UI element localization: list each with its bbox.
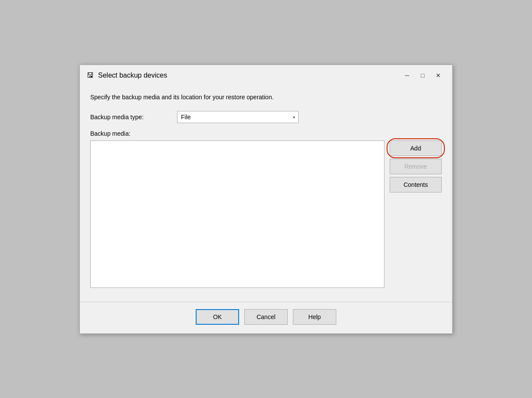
media-type-row: Backup media type: File Tape URL ▾ [90,111,442,123]
media-type-label: Backup media type: [90,114,177,121]
contents-button[interactable]: Contents [390,177,442,192]
title-bar: 🖫 Select backup devices ─ □ ✕ [80,65,452,85]
help-button[interactable]: Help [293,309,336,325]
dialog-body: Specify the backup media and its locatio… [80,85,452,295]
title-bar-controls: ─ □ ✕ [400,70,445,81]
minimize-icon: ─ [405,72,409,79]
close-icon: ✕ [436,72,441,79]
media-row: Add Remove Contents [90,140,442,288]
ok-button-label: OK [213,313,222,320]
dialog-window: 🖫 Select backup devices ─ □ ✕ Specify th… [79,65,453,334]
media-type-select-wrapper: File Tape URL ▾ [177,111,299,123]
dialog-footer: OK Cancel Help [80,302,452,333]
dialog-title: Select backup devices [98,72,400,79]
media-buttons: Add Remove Contents [390,140,442,192]
remove-button[interactable]: Remove [390,159,442,174]
help-button-label: Help [309,313,321,320]
restore-button[interactable]: □ [416,70,430,81]
backup-media-label: Backup media: [90,130,442,137]
cancel-button[interactable]: Cancel [244,309,288,325]
cancel-button-label: Cancel [256,313,276,320]
minimize-button[interactable]: ─ [400,70,414,81]
remove-button-label: Remove [404,163,427,170]
media-type-select[interactable]: File Tape URL [177,111,299,123]
add-button-label: Add [410,145,421,152]
contents-button-label: Contents [404,181,428,188]
ok-button[interactable]: OK [196,309,239,325]
restore-icon: □ [421,72,424,79]
add-button[interactable]: Add [390,140,442,156]
close-button[interactable]: ✕ [431,70,445,81]
window-icon: 🖫 [87,72,94,79]
backup-media-section: Backup media: Add Remove Contents [90,130,442,288]
backup-media-listbox[interactable] [90,140,384,288]
description-text: Specify the backup media and its locatio… [90,94,442,101]
